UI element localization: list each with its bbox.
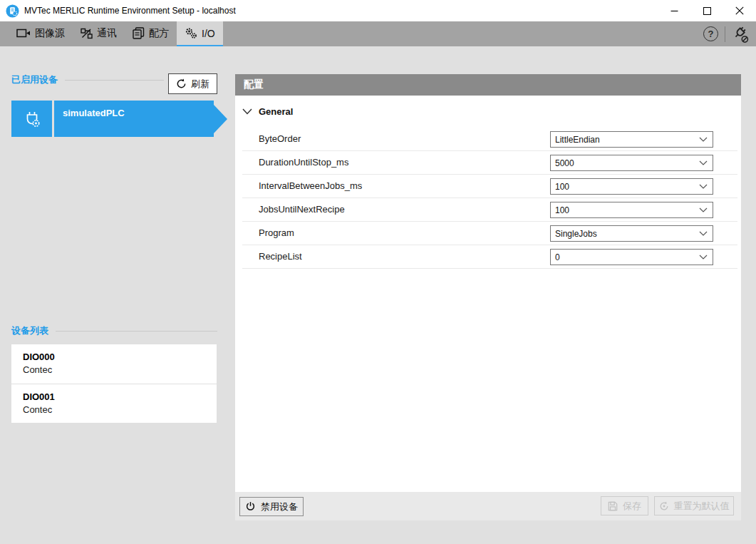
recipelist-dropdown[interactable]: 0: [550, 249, 713, 265]
chevron-down-icon: [699, 137, 708, 142]
enabled-device-simulatedplc[interactable]: simulatedPLC: [11, 101, 227, 137]
dropdown-value: 100: [551, 182, 699, 192]
enabled-devices-header: 已启用设备: [11, 73, 164, 86]
title-bar: MVTec MERLIC Runtime Environment Setup -…: [0, 0, 756, 21]
enabled-devices-title: 已启用设备: [11, 73, 58, 86]
program-dropdown[interactable]: SingleJobs: [550, 225, 713, 242]
section-general-label: General: [259, 106, 293, 117]
minimize-button[interactable]: [658, 0, 690, 21]
help-icon: ?: [708, 29, 714, 39]
maximize-icon: [703, 7, 711, 15]
reset-defaults-label: 重置为默认值: [674, 500, 730, 513]
refresh-button[interactable]: 刷新: [168, 73, 217, 94]
header-line: [65, 80, 164, 81]
recipe-icon: [133, 27, 145, 39]
config-panel: 配置 General ByteOrder LittleEndian: [235, 74, 741, 544]
dropdown-value: 5000: [551, 158, 699, 168]
device-list-title: 设备列表: [11, 324, 48, 337]
save-label: 保存: [623, 500, 641, 513]
header-line: [56, 331, 217, 332]
tab-label: 图像源: [35, 27, 65, 40]
tab-communication[interactable]: 通讯: [73, 21, 125, 46]
device-icon-box: [11, 101, 52, 137]
field-label: ByteOrder: [259, 128, 301, 150]
network-icon: [81, 28, 93, 39]
plug-gear-icon: [22, 109, 42, 129]
field-label: RecipeList: [259, 245, 302, 268]
save-icon: [608, 501, 618, 511]
field-label: Program: [259, 222, 294, 245]
config-footer: 禁用设备 保存 重置为默认值: [235, 492, 741, 520]
tab-image-source[interactable]: 图像源: [9, 21, 73, 46]
chevron-down-icon: [242, 108, 252, 115]
device-vendor: Contec: [23, 404, 217, 415]
tab-label: I/O: [202, 28, 215, 39]
device-name: DIO001: [23, 391, 217, 402]
device-name: DIO000: [23, 351, 217, 362]
dropdown-value: 0: [551, 252, 699, 262]
field-row-durationuntilstop: DurationUntilStop_ms 5000: [235, 151, 741, 175]
tab-label: 配方: [149, 27, 169, 40]
disable-device-label: 禁用设备: [261, 501, 298, 513]
minimize-icon: [670, 7, 678, 15]
dropdown-value: 100: [551, 205, 699, 215]
field-row-byteorder: ByteOrder LittleEndian: [235, 128, 741, 151]
device-card-dio001[interactable]: DIO001 Contec: [11, 384, 217, 423]
field-label: JobsUntilNextRecipe: [259, 198, 345, 221]
chevron-down-icon: [699, 160, 708, 165]
device-card-dio000[interactable]: DIO000 Contec: [11, 344, 217, 384]
tab-recipe[interactable]: 配方: [125, 21, 177, 46]
device-vendor: Contec: [23, 364, 217, 375]
app-logo-icon: [6, 4, 19, 18]
field-row-intervalbetweenjobs: IntervalBetweenJobs_ms 100: [235, 175, 741, 198]
enabled-device-name: simulatedPLC: [54, 101, 214, 137]
device-list-header: 设备列表: [11, 324, 217, 337]
gears-icon: [185, 27, 197, 39]
reset-defaults-button[interactable]: 重置为默认值: [654, 496, 734, 515]
tab-io[interactable]: I/O: [177, 21, 223, 46]
field-row-program: Program SingleJobs: [235, 222, 741, 245]
maximize-button[interactable]: [690, 0, 723, 21]
tab-label: 通讯: [97, 27, 117, 40]
disable-device-button[interactable]: 禁用设备: [239, 497, 304, 516]
jobsuntilnextrecipe-dropdown[interactable]: 100: [550, 202, 713, 218]
field-row-jobsuntilnextrecipe: JobsUntilNextRecipe 100: [235, 198, 741, 222]
dropdown-value: SingleJobs: [551, 229, 699, 239]
window-title: MVTec MERLIC Runtime Environment Setup -…: [24, 6, 236, 16]
chevron-down-icon: [699, 231, 708, 236]
config-body: General ByteOrder LittleEndian DurationU…: [235, 96, 741, 492]
refresh-icon: [176, 78, 187, 89]
camera-icon: [16, 28, 31, 39]
chevron-down-icon: [699, 207, 708, 212]
close-icon: [735, 6, 744, 15]
refresh-label: 刷新: [191, 78, 209, 91]
body-area: 已启用设备 刷新 simulatedPLC: [0, 46, 756, 544]
save-button[interactable]: 保存: [601, 496, 648, 515]
config-panel-header: 配置: [235, 74, 741, 96]
field-label: IntervalBetweenJobs_ms: [259, 175, 362, 197]
chevron-down-icon: [699, 184, 708, 189]
toolbar-separator: [725, 26, 725, 42]
help-button[interactable]: ?: [703, 26, 718, 41]
power-icon: [245, 501, 256, 512]
selected-device-arrow: [214, 105, 227, 133]
field-row-recipelist: RecipeList 0: [235, 245, 741, 269]
byteorder-dropdown[interactable]: LittleEndian: [550, 131, 713, 148]
config-title: 配置: [244, 78, 264, 91]
app-window: MVTec MERLIC Runtime Environment Setup -…: [0, 0, 756, 544]
chevron-down-icon: [699, 255, 708, 260]
section-general-toggle[interactable]: General: [235, 96, 741, 128]
intervalbetweenjobs-dropdown[interactable]: 100: [550, 178, 713, 195]
reset-icon: [659, 501, 669, 511]
dropdown-value: LittleEndian: [551, 135, 699, 145]
durationuntilstop-dropdown[interactable]: 5000: [550, 155, 713, 171]
main-toolbar: 图像源 通讯 配方: [0, 21, 756, 46]
close-button[interactable]: [723, 0, 756, 21]
field-label: DurationUntilStop_ms: [259, 151, 348, 174]
disconnect-icon[interactable]: [732, 26, 749, 43]
